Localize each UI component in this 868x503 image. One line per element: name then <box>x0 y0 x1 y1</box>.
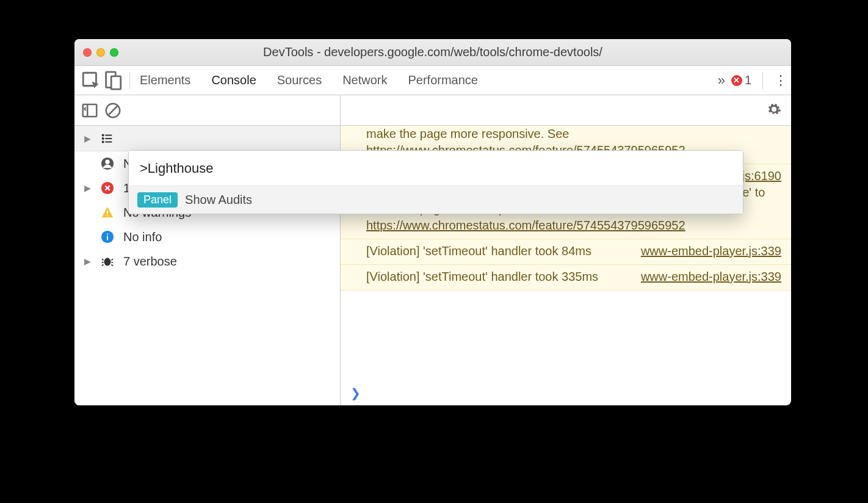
console-output-pane: make the page more responsive. See https… <box>341 95 791 405</box>
tab-network[interactable]: Network <box>342 73 387 87</box>
inspect-element-icon[interactable] <box>81 70 101 91</box>
console-settings-bar <box>341 95 791 126</box>
gear-icon[interactable] <box>767 102 781 119</box>
svg-rect-11 <box>107 211 108 214</box>
toolbar-right: » ✕ 1 ⋮ <box>718 72 787 89</box>
msg-source[interactable]: www-embed-player.js:339 <box>641 243 781 259</box>
sidebar-item-label: 7 verbose <box>123 255 177 269</box>
separator <box>129 72 130 89</box>
console-message[interactable]: www-embed-player.js:339 [Violation] 'set… <box>341 239 791 265</box>
clear-console-icon[interactable] <box>104 101 122 120</box>
tab-console[interactable]: Console <box>211 73 256 87</box>
sidebar-item-info[interactable]: No info <box>74 225 340 249</box>
chevron-right-icon: ▶ <box>84 183 92 193</box>
command-menu: Panel Show Audits <box>128 150 743 214</box>
msg-source[interactable]: www-embed-player.js:339 <box>641 269 781 285</box>
more-tabs-icon[interactable]: » <box>718 73 725 89</box>
titlebar: DevTools - developers.google.com/web/too… <box>74 39 791 66</box>
svg-rect-12 <box>107 215 108 217</box>
command-menu-input[interactable] <box>129 151 743 186</box>
svg-point-6 <box>103 137 104 139</box>
panel-tabs: Elements Console Sources Network Perform… <box>140 73 478 87</box>
user-icon <box>100 156 115 171</box>
info-icon <box>100 230 115 244</box>
separator <box>762 72 763 89</box>
console-message[interactable]: www-embed-player.js:339 [Violation] 'set… <box>341 265 791 291</box>
msg-text: make the page more responsive. See <box>366 127 569 140</box>
svg-rect-3 <box>83 104 97 117</box>
svg-rect-15 <box>107 234 108 235</box>
devtools-window: DevTools - developers.google.com/web/too… <box>74 39 791 405</box>
svg-rect-14 <box>107 236 108 240</box>
msg-link[interactable]: https://www.chromestatus.com/feature/574… <box>366 219 685 232</box>
chevron-right-icon: ▶ <box>84 134 92 143</box>
traffic-lights <box>83 48 118 57</box>
svg-point-9 <box>105 160 109 164</box>
svg-point-7 <box>103 141 104 142</box>
error-icon: ✕ <box>731 75 742 86</box>
warning-icon <box>100 205 115 220</box>
sidebar-header-row[interactable]: ▶ <box>74 126 340 151</box>
command-menu-result[interactable]: Panel Show Audits <box>129 186 743 214</box>
error-icon <box>100 181 115 195</box>
sidebar-item-label: No info <box>123 230 162 244</box>
tab-sources[interactable]: Sources <box>277 73 322 87</box>
msg-text: [Violation] 'setTimeout' handler took 84… <box>366 244 591 258</box>
console-sidebar: ▶ No user messages ▶ 1 error <box>74 95 341 405</box>
result-label: Show Audits <box>185 193 252 207</box>
list-icon <box>100 131 115 146</box>
msg-text: [Violation] 'setTimeout' handler took 33… <box>366 270 598 283</box>
close-window-button[interactable] <box>83 48 92 57</box>
prompt-glyph: ❯ <box>350 386 361 400</box>
bug-icon <box>100 254 115 269</box>
error-count: 1 <box>745 73 751 87</box>
svg-rect-2 <box>111 76 121 89</box>
console-prompt[interactable]: ❯ <box>341 381 791 405</box>
panel-body: ▶ No user messages ▶ 1 error <box>74 95 791 405</box>
sidebar-item-verbose[interactable]: ▶ 7 verbose <box>74 249 340 273</box>
kebab-menu-icon[interactable]: ⋮ <box>774 73 787 89</box>
result-category-pill: Panel <box>137 192 178 208</box>
tab-elements[interactable]: Elements <box>140 73 190 87</box>
error-count-badge[interactable]: ✕ 1 <box>731 73 751 87</box>
main-toolbar: Elements Console Sources Network Perform… <box>74 66 791 95</box>
device-toolbar-icon[interactable] <box>103 70 123 91</box>
minimize-window-button[interactable] <box>96 48 105 57</box>
chevron-right-icon: ▶ <box>84 256 92 266</box>
svg-point-5 <box>103 134 104 136</box>
zoom-window-button[interactable] <box>110 48 118 57</box>
tab-performance[interactable]: Performance <box>408 73 479 87</box>
toggle-sidebar-icon[interactable] <box>81 101 99 120</box>
window-title: DevTools - developers.google.com/web/too… <box>74 45 791 59</box>
console-filterbar <box>74 95 340 126</box>
